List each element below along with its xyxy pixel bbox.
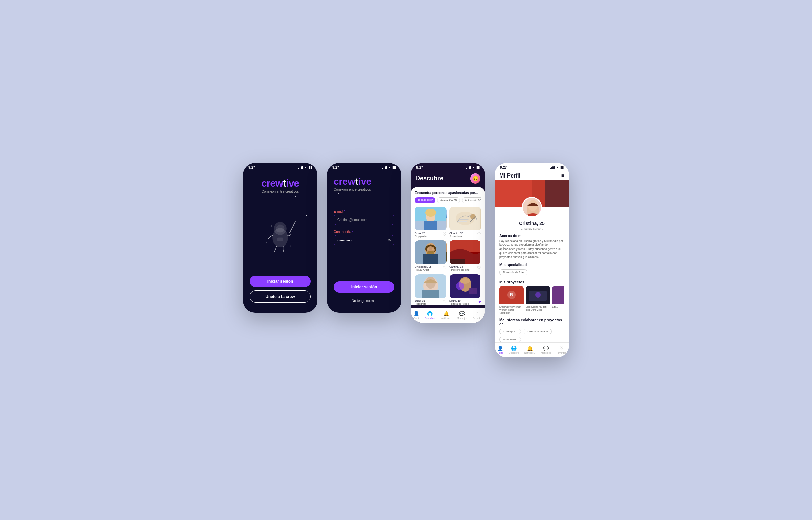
card-5-info: Laura, 19 Editora de vídeo ♥ <box>449 298 481 305</box>
card-4-heart[interactable]: ♡ <box>443 299 447 304</box>
cards-row-3: Jhaz, 31 Fotógrafo ♡ <box>415 274 481 305</box>
svg-rect-3 <box>277 238 283 241</box>
svg-point-49 <box>535 292 541 298</box>
status-icons-1: ▲ ▮▮ <box>298 166 312 169</box>
menu-icon[interactable]: ≡ <box>561 173 564 179</box>
card-1-info: Claudia, 33 Ilustradora ♡ <box>449 230 481 238</box>
favorites-icon-4: ♡ <box>559 346 564 351</box>
email-field-group: E-mail * <box>334 210 394 230</box>
battery-icon-4: ▮▮ <box>560 166 564 169</box>
card-2-heart[interactable]: ♡ <box>443 265 447 270</box>
project-1[interactable]: Discovering my dark side Dark Mode <box>526 286 550 314</box>
project-2[interactable]: Littl... <box>552 286 564 314</box>
eye-icon[interactable]: 👁 <box>388 238 392 242</box>
signal-icon-2 <box>382 166 387 169</box>
nav-favorites-4[interactable]: ♡ Favoritos <box>557 346 566 354</box>
card-0-info: Dora, 29 Copywriter ♡ <box>415 230 447 238</box>
login-content: crewtive Conexión entre creativos E-mail… <box>327 171 401 313</box>
card-0-name: Dora, 29 <box>415 232 428 235</box>
password-label: Contraseña * <box>334 230 394 234</box>
nav-discover-3[interactable]: 🌐 Descubre <box>425 311 435 320</box>
nav-messages-3[interactable]: 💬 Mensajes <box>457 311 467 320</box>
collaborate-title: Me interesa colaborar en proyectos de <box>499 318 564 326</box>
card-5-role: Editora de vídeo <box>449 302 469 305</box>
signal-icon-1 <box>298 166 303 169</box>
find-text: Encuentra personas apasionadas por... <box>415 191 481 195</box>
filter-tab-2[interactable]: Animación 3D <box>462 197 481 203</box>
nav-label-messages-4: Mensajes <box>541 352 551 354</box>
cards-row-2: Cristopher, 35 Visual Artist ♡ <box>415 240 481 271</box>
signal-icon-3 <box>466 166 471 169</box>
login-button-2[interactable]: Iniciar sesión <box>334 281 394 293</box>
about-title: Acerca de mi <box>499 234 564 238</box>
card-4-info: Jhaz, 31 Fotógrafo ♡ <box>415 298 447 305</box>
nav-profile-3[interactable]: 👤 Perfil <box>413 311 419 320</box>
svg-point-6 <box>266 242 267 243</box>
nav-notif-4[interactable]: 🔔 Notificac... <box>524 346 536 354</box>
svg-point-22 <box>427 248 429 250</box>
collaborate-tag-0[interactable]: Concept Art <box>499 329 521 334</box>
discover-avatar[interactable]: 😊 <box>470 173 480 184</box>
nav-label-profile-4: Perfil <box>498 352 503 354</box>
card-0-role: Copywriter <box>415 235 428 238</box>
app-logo-2: crewtive <box>334 176 394 187</box>
svg-point-23 <box>432 248 434 250</box>
collaborate-tag-2[interactable]: Diseño web <box>499 337 521 342</box>
profile-body: Cristina, 25 Cristina, Barce... Acerca d… <box>495 221 569 342</box>
login-button-1[interactable]: Iniciar sesión <box>250 276 311 287</box>
filter-tab-1[interactable]: Animación 2D <box>437 197 460 203</box>
discover-header: Descubre 😊 <box>411 171 485 187</box>
card-0-heart[interactable]: ♡ <box>443 232 447 237</box>
card-5[interactable]: Laura, 19 Editora de vídeo ♥ <box>449 274 481 305</box>
nav-label-profile-3: Perfil <box>414 317 419 320</box>
project-0[interactable]: N Empowering Women Woman Retail Campaign <box>499 286 524 314</box>
time-4: 9:27 <box>500 166 507 169</box>
card-2-role: Visual Artist <box>415 268 432 271</box>
card-4[interactable]: Jhaz, 31 Fotógrafo ♡ <box>415 274 447 305</box>
svg-rect-31 <box>422 290 439 298</box>
discover-title: Descubre <box>415 175 443 182</box>
notif-icon-4: 🔔 <box>527 346 533 351</box>
collaborate-tags: Concept Art Dirección de arte Diseño web <box>499 328 564 342</box>
projects-title: Mis proyectos <box>499 280 564 284</box>
svg-rect-20 <box>423 254 438 264</box>
no-account-link[interactable]: No tengo cuenta <box>334 299 394 303</box>
specialty-tag[interactable]: Dirección de Arte <box>499 269 527 275</box>
messages-icon-4: 💬 <box>543 346 549 351</box>
nav-discover-4[interactable]: 🌐 Descubre <box>509 346 519 354</box>
svg-rect-35 <box>469 288 477 294</box>
nav-messages-4[interactable]: 💬 Mensajes <box>541 346 551 354</box>
join-button[interactable]: Únete a la crew <box>250 290 311 303</box>
battery-icon-2: ▮▮ <box>392 166 396 169</box>
nav-favorites-3[interactable]: ♡ Favoritos <box>473 311 482 320</box>
svg-rect-39 <box>545 180 569 207</box>
card-1-heart[interactable]: ♡ <box>477 232 481 237</box>
discover-bottom-nav: 👤 Perfil 🌐 Descubre 🔔 Notificac... 💬 Men… <box>411 308 485 323</box>
collaborate-tag-1[interactable]: Dirección de arte <box>524 329 551 334</box>
discover-icon-3: 🌐 <box>427 311 433 316</box>
card-3[interactable]: Cantina, 25 Directora de arte ♡ <box>449 240 481 271</box>
card-1[interactable]: Claudia, 33 Ilustradora ♡ <box>449 207 481 238</box>
project-0-label: Empowering Women Woman Retail Campaign <box>499 305 524 314</box>
screens-container: 9:27 ▲ ▮▮ <box>243 163 569 357</box>
email-input[interactable] <box>334 215 394 225</box>
notif-icon-3: 🔔 <box>443 311 449 316</box>
projects-row: N Empowering Women Woman Retail Campaign… <box>499 286 564 314</box>
filter-tab-0[interactable]: Toda la crew <box>415 197 435 203</box>
card-3-role: Directora de arte <box>449 268 470 271</box>
svg-rect-24 <box>427 251 434 254</box>
specialty-tags: Dirección de Arte <box>499 268 564 277</box>
app-logo-1: crewtive <box>261 178 299 189</box>
card-3-heart[interactable]: ♡ <box>477 265 481 270</box>
profile-name: Cristina, 25 <box>499 221 564 226</box>
filter-tabs: Toda la crew Animación 2D Animación 3D C… <box>415 197 481 203</box>
nav-profile-4[interactable]: 👤 Perfil <box>497 346 503 354</box>
nav-notif-3[interactable]: 🔔 Notificac... <box>441 311 452 320</box>
card-5-heart[interactable]: ♥ <box>478 299 481 304</box>
time-2: 9:27 <box>332 166 339 169</box>
card-0[interactable]: Dora, 29 Copywriter ♡ <box>415 207 447 238</box>
card-2[interactable]: Cristopher, 35 Visual Artist ♡ <box>415 240 447 271</box>
password-input[interactable] <box>334 235 394 245</box>
svg-point-10 <box>425 209 436 217</box>
nav-label-discover-3: Descubre <box>425 317 435 320</box>
